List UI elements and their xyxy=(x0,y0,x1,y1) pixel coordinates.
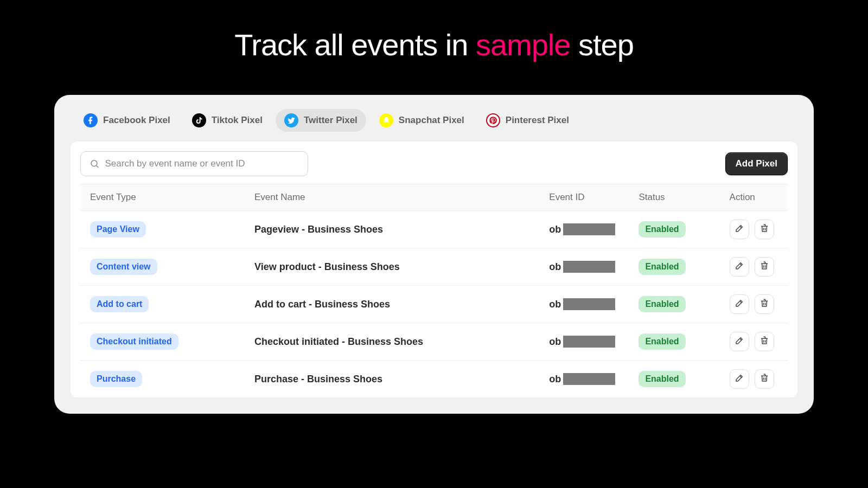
status-badge: Enabled xyxy=(639,371,685,387)
trash-icon xyxy=(760,223,769,235)
table-row: Content viewView product - Business Shoe… xyxy=(80,248,788,286)
table-row: Page ViewPageview - Business ShoesobEnab… xyxy=(80,211,788,248)
page-title: Track all events in sample step xyxy=(0,27,868,62)
redacted-id xyxy=(563,298,615,310)
add-pixel-button[interactable]: Add Pixel xyxy=(725,152,788,175)
event-id: ob xyxy=(549,261,619,273)
col-status: Status xyxy=(629,184,719,211)
tab-label: Twitter Pixel xyxy=(304,115,358,126)
toolbar: Add Pixel xyxy=(80,151,788,176)
tab-pinterest-pixel[interactable]: Pinterest Pixel xyxy=(477,109,578,132)
event-type-pill: Purchase xyxy=(90,371,142,387)
tab-snapchat-pixel[interactable]: Snapchat Pixel xyxy=(371,109,473,132)
search-input[interactable] xyxy=(105,158,299,169)
col-action: Action xyxy=(720,184,788,211)
redacted-id xyxy=(563,261,615,273)
tab-label: Pinterest Pixel xyxy=(506,115,569,126)
col-event-name: Event Name xyxy=(245,184,539,211)
edit-button[interactable] xyxy=(730,332,749,351)
table-row: Add to cartAdd to cart - Business Shoeso… xyxy=(80,286,788,323)
delete-button[interactable] xyxy=(755,332,774,351)
tab-tiktok-pixel[interactable]: Tiktok Pixel xyxy=(183,109,271,132)
svg-point-0 xyxy=(91,160,97,166)
event-type-pill: Checkout initiated xyxy=(90,333,178,350)
hero-pre: Track all events in xyxy=(234,28,476,62)
event-id: ob xyxy=(549,373,619,385)
edit-button[interactable] xyxy=(730,257,749,277)
redacted-id xyxy=(563,336,615,348)
event-name: Purchase - Business Shoes xyxy=(254,374,382,384)
trash-icon xyxy=(760,336,769,348)
redacted-id xyxy=(563,223,615,235)
event-name: Add to cart - Business Shoes xyxy=(254,299,390,310)
delete-button[interactable] xyxy=(755,257,774,277)
delete-button[interactable] xyxy=(755,294,774,314)
pencil-icon xyxy=(735,223,744,235)
edit-button[interactable] xyxy=(730,369,749,389)
search-icon xyxy=(90,158,100,169)
trash-icon xyxy=(760,373,769,385)
tab-label: Snapchat Pixel xyxy=(399,115,464,126)
tiktok-icon xyxy=(192,113,206,127)
trash-icon xyxy=(760,261,769,273)
hero-post: step xyxy=(570,28,633,62)
tab-label: Tiktok Pixel xyxy=(212,115,263,126)
event-type-pill: Page View xyxy=(90,221,146,237)
pencil-icon xyxy=(735,336,744,348)
events-table: Event Type Event Name Event ID Status Ac… xyxy=(80,184,788,397)
event-id: ob xyxy=(549,336,619,348)
main-panel: Facebook Pixel Tiktok Pixel Twitter Pixe… xyxy=(54,95,814,414)
status-badge: Enabled xyxy=(639,333,685,350)
pencil-icon xyxy=(735,373,744,385)
col-event-id: Event ID xyxy=(539,184,629,211)
snapchat-icon xyxy=(379,113,393,127)
svg-line-1 xyxy=(97,165,98,167)
pencil-icon xyxy=(735,261,744,273)
edit-button[interactable] xyxy=(730,220,749,239)
event-id: ob xyxy=(549,298,619,310)
event-type-pill: Add to cart xyxy=(90,296,149,312)
trash-icon xyxy=(760,298,769,310)
status-badge: Enabled xyxy=(639,259,685,275)
table-row: Checkout initiatedCheckout initiated - B… xyxy=(80,323,788,361)
hero-accent: sample xyxy=(476,28,571,62)
search-input-wrapper[interactable] xyxy=(80,151,308,176)
redacted-id xyxy=(563,373,615,385)
table-header-row: Event Type Event Name Event ID Status Ac… xyxy=(80,184,788,211)
pinterest-icon xyxy=(486,113,500,127)
event-type-pill: Content view xyxy=(90,259,157,275)
col-event-type: Event Type xyxy=(80,184,245,211)
event-name: Pageview - Business Shoes xyxy=(254,224,383,235)
twitter-icon xyxy=(284,113,298,127)
tab-facebook-pixel[interactable]: Facebook Pixel xyxy=(75,109,179,132)
table-row: PurchasePurchase - Business ShoesobEnabl… xyxy=(80,361,788,398)
status-badge: Enabled xyxy=(639,221,685,237)
event-id: ob xyxy=(549,223,619,235)
edit-button[interactable] xyxy=(730,294,749,314)
delete-button[interactable] xyxy=(755,369,774,389)
pixel-tabs: Facebook Pixel Tiktok Pixel Twitter Pixe… xyxy=(71,106,797,142)
tab-label: Facebook Pixel xyxy=(103,115,170,126)
event-name: View product - Business Shoes xyxy=(254,261,400,272)
tab-twitter-pixel[interactable]: Twitter Pixel xyxy=(276,109,366,132)
status-badge: Enabled xyxy=(639,296,685,312)
facebook-icon xyxy=(84,113,98,127)
event-name: Checkout initiated - Business Shoes xyxy=(254,336,423,347)
delete-button[interactable] xyxy=(755,220,774,239)
pencil-icon xyxy=(735,298,744,310)
events-card: Add Pixel Event Type Event Name Event ID… xyxy=(71,142,797,397)
